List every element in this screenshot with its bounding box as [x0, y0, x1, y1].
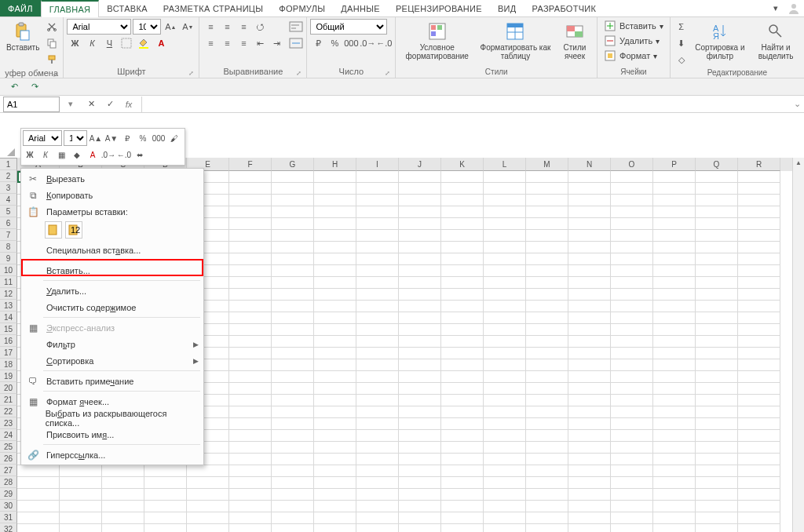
paste-option-values[interactable]: 123 — [65, 221, 82, 239]
cell[interactable] — [738, 206, 780, 218]
cell[interactable] — [611, 324, 653, 336]
cell[interactable] — [441, 348, 484, 359]
cell[interactable] — [17, 477, 60, 489]
cell[interactable] — [696, 301, 738, 312]
cell[interactable] — [314, 242, 356, 253]
row-header[interactable]: 32 — [0, 523, 17, 532]
cell[interactable] — [229, 418, 272, 430]
ctx-sort[interactable]: Сортировка▶ — [21, 352, 203, 369]
cell[interactable] — [399, 454, 441, 465]
row-header[interactable]: 7 — [0, 229, 17, 241]
column-header[interactable]: R — [738, 158, 780, 171]
cell[interactable] — [272, 253, 314, 265]
cell[interactable] — [568, 418, 611, 430]
cell[interactable] — [484, 371, 526, 383]
redo-icon[interactable]: ↷ — [27, 79, 42, 95]
mini-font-combo[interactable]: Arial — [23, 130, 62, 146]
cell[interactable] — [696, 418, 738, 430]
cell[interactable] — [738, 230, 780, 242]
orientation-icon[interactable]: ⭯ — [252, 19, 268, 35]
cell[interactable] — [696, 512, 738, 524]
ctx-delete[interactable]: Удалить... — [21, 282, 203, 299]
cell[interactable] — [229, 301, 272, 312]
cell[interactable] — [144, 524, 187, 532]
cell[interactable] — [696, 195, 738, 206]
cell[interactable] — [356, 265, 399, 277]
mini-inc-decimal-icon[interactable]: .0→ — [101, 148, 115, 162]
cell[interactable] — [696, 524, 738, 532]
cell[interactable] — [399, 277, 441, 289]
cell[interactable] — [272, 430, 314, 442]
cell[interactable] — [738, 395, 780, 406]
cell[interactable] — [738, 195, 780, 206]
cell[interactable] — [229, 442, 272, 454]
cell[interactable] — [568, 430, 611, 442]
cell[interactable] — [526, 371, 568, 383]
cell[interactable] — [568, 524, 611, 532]
cell[interactable] — [272, 524, 314, 532]
cell[interactable] — [653, 242, 696, 253]
cell[interactable] — [272, 371, 314, 383]
cell[interactable] — [229, 218, 272, 230]
cell[interactable] — [441, 206, 484, 218]
row-header[interactable]: 23 — [0, 417, 17, 429]
cell[interactable] — [611, 383, 653, 395]
cell[interactable] — [611, 230, 653, 242]
cell[interactable] — [314, 324, 356, 336]
row-header[interactable]: 22 — [0, 406, 17, 417]
cell[interactable] — [738, 253, 780, 265]
cell[interactable] — [568, 383, 611, 395]
cell[interactable] — [272, 289, 314, 301]
clear-icon[interactable]: ◇ — [674, 52, 689, 67]
cell[interactable] — [526, 442, 568, 454]
cell[interactable] — [568, 359, 611, 371]
cell[interactable] — [484, 265, 526, 277]
cell[interactable] — [696, 265, 738, 277]
tab-home[interactable]: ГЛАВНАЯ — [41, 0, 100, 17]
cell[interactable] — [738, 301, 780, 312]
cell[interactable] — [399, 371, 441, 383]
cell[interactable] — [568, 395, 611, 406]
cell[interactable] — [696, 230, 738, 242]
ctx-clear-contents[interactable]: Очистить содержимое — [21, 299, 203, 315]
cell[interactable] — [484, 489, 526, 501]
column-header[interactable]: G — [272, 158, 314, 171]
cell[interactable] — [696, 383, 738, 395]
cell[interactable] — [272, 265, 314, 277]
cell[interactable] — [229, 206, 272, 218]
cell[interactable] — [568, 489, 611, 501]
cell[interactable] — [696, 324, 738, 336]
cell[interactable] — [484, 406, 526, 418]
cell[interactable] — [484, 324, 526, 336]
cell[interactable] — [526, 206, 568, 218]
cell[interactable] — [568, 230, 611, 242]
cell[interactable] — [526, 253, 568, 265]
cell[interactable] — [229, 430, 272, 442]
cell[interactable] — [356, 230, 399, 242]
increase-decimal-icon[interactable]: .0→ — [360, 35, 375, 51]
cell[interactable] — [653, 265, 696, 277]
cell[interactable] — [738, 406, 780, 418]
cell[interactable] — [187, 501, 229, 512]
cancel-formula-icon[interactable]: ✕ — [83, 97, 99, 112]
formula-input[interactable] — [141, 97, 790, 112]
cell[interactable] — [399, 324, 441, 336]
row-headers[interactable]: 1234567891011121314151617181920212223242… — [0, 159, 17, 532]
cell[interactable] — [653, 289, 696, 301]
cell[interactable] — [653, 465, 696, 477]
cell[interactable] — [484, 348, 526, 359]
row-header[interactable]: 27 — [0, 465, 17, 476]
cell[interactable] — [441, 312, 484, 324]
cell[interactable] — [568, 348, 611, 359]
cell[interactable] — [653, 230, 696, 242]
cell[interactable] — [526, 301, 568, 312]
row-header[interactable]: 24 — [0, 429, 17, 441]
mini-bold-button[interactable]: Ж — [23, 148, 37, 162]
cell[interactable] — [229, 253, 272, 265]
cell[interactable] — [229, 395, 272, 406]
cell[interactable] — [526, 242, 568, 253]
align-left-icon[interactable]: ≡ — [203, 35, 218, 51]
cell[interactable] — [611, 206, 653, 218]
row-header[interactable]: 20 — [0, 382, 17, 394]
cell[interactable] — [356, 524, 399, 532]
